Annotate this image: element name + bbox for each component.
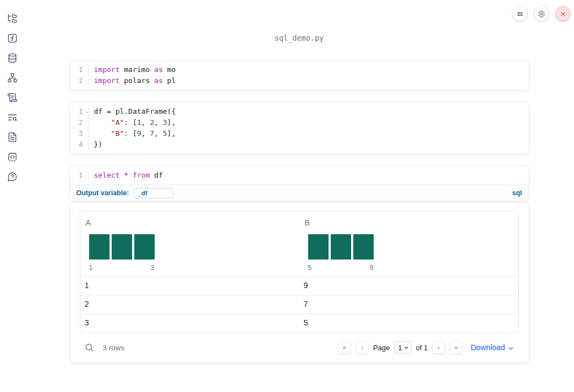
histogram-axis: 13 [89, 264, 155, 272]
code-token: , [141, 118, 150, 126]
page-select[interactable]: 1 [394, 341, 411, 354]
code-content: import marimo as moimport polars as pl [89, 64, 176, 86]
sidebar-item-data-sources[interactable] [7, 53, 18, 63]
shutdown-button[interactable] [555, 6, 571, 21]
chevron-down-icon [507, 345, 515, 352]
code-line: df = pl.DataFrame({ [94, 106, 176, 117]
code-line: "B": [9, 7, 5], [94, 128, 176, 139]
code-token: polars [119, 76, 154, 85]
hamburger-menu-icon [516, 10, 524, 18]
table-header: A13B59 [80, 211, 518, 276]
code-token: "A" [111, 118, 124, 126]
notebook-cells: 12import marimo as moimport polars as pl… [69, 60, 529, 201]
code-box-icon [7, 152, 18, 162]
code-token: as [154, 76, 163, 85]
line-number: 2 [70, 117, 88, 128]
table-cell: 5 [299, 314, 518, 332]
sidebar-panel-switcher [0, 0, 24, 392]
previous-page-button[interactable] [356, 341, 369, 354]
code-token: : [ [124, 129, 136, 137]
output-variable-input[interactable] [134, 188, 173, 198]
table-cell: 9 [299, 277, 518, 295]
line-number: 1 [70, 64, 88, 75]
fold-chevron-icon[interactable]: ⌄ [85, 106, 88, 117]
histogram-bars [308, 234, 374, 260]
table-footer: 3 rows Page 1 of 1 [80, 338, 519, 357]
code-line: "A": [1, 2, 3], [94, 117, 176, 128]
code-token: }) [94, 140, 103, 148]
column-header-b[interactable]: B59 [299, 211, 518, 276]
search-icon[interactable] [84, 343, 94, 352]
row-count-label: 3 rows [103, 344, 125, 352]
settings-button[interactable] [534, 6, 549, 21]
sidebar-item-variables[interactable] [7, 33, 18, 43]
code-token: mo [163, 65, 176, 74]
code-token: 9 [137, 129, 141, 137]
database-icon [7, 53, 18, 63]
code-token: * [124, 171, 128, 179]
table-cell: 2 [80, 295, 299, 313]
code-token: import [94, 65, 120, 74]
sidebar-item-file-explorer[interactable] [7, 13, 18, 24]
code-editor[interactable]: 1select * from df [70, 166, 529, 185]
code-editor[interactable]: 1⌄234df = pl.DataFrame({ "A": [1, 2, 3],… [70, 102, 529, 154]
code-token: pl [163, 76, 176, 85]
column-header-a[interactable]: A13 [80, 211, 299, 276]
close-x-icon [559, 10, 567, 18]
sidebar-item-snippets[interactable] [7, 152, 18, 162]
histogram-bar [89, 234, 110, 260]
histogram-bar [112, 234, 132, 260]
axis-max-label: 9 [370, 264, 374, 272]
line-number: 1 [70, 170, 88, 181]
line-numbers: 1 [70, 170, 89, 181]
code-token: 2 [150, 118, 154, 126]
sql-output-area: A13B59 192735 3 rows Page 1 [69, 202, 529, 363]
code-token [94, 129, 111, 137]
code-token: , [154, 129, 163, 137]
output-variable-label: Output variable: [76, 189, 129, 197]
sidebar-item-dependency-graph[interactable] [7, 73, 18, 83]
code-token: from [133, 171, 150, 179]
code-content: select * from df [89, 170, 163, 181]
network-icon [7, 73, 18, 83]
axis-min-label: 5 [308, 264, 312, 272]
histogram-bar [331, 234, 351, 260]
code-line: select * from df [94, 170, 163, 181]
dataframe-table: A13B59 192735 [80, 211, 519, 333]
sidebar-item-logs[interactable] [7, 112, 18, 123]
download-button[interactable]: Download [471, 343, 514, 352]
code-editor[interactable]: 12import marimo as moimport polars as pl [70, 60, 529, 90]
code-token: df [150, 171, 162, 179]
sidebar-item-documentation[interactable] [7, 132, 18, 142]
code-line: }) [94, 139, 176, 150]
code-token: "B" [111, 129, 124, 137]
file-text-icon [7, 132, 18, 142]
code-token: marimo [119, 65, 154, 74]
last-page-button[interactable] [450, 341, 463, 354]
sidebar-item-scratchpad[interactable] [7, 92, 18, 103]
sidebar-item-help[interactable] [7, 172, 18, 182]
download-label: Download [471, 343, 505, 352]
first-page-button[interactable] [338, 341, 351, 354]
line-numbers: 1⌄234 [70, 106, 89, 150]
code-token: , [141, 129, 150, 137]
table-row[interactable]: 35 [80, 313, 518, 332]
menu-button[interactable] [512, 6, 528, 21]
table-cell: 1 [80, 277, 299, 295]
notebook-filename: sql_demo.py [69, 34, 529, 42]
dataframe-cell: 1⌄234df = pl.DataFrame({ "A": [1, 2, 3],… [69, 102, 529, 154]
next-page-button[interactable] [432, 341, 445, 354]
code-token: 5 [163, 129, 167, 137]
axis-min-label: 1 [89, 264, 93, 272]
code-token: import [94, 76, 120, 85]
code-token: 7 [150, 129, 154, 137]
scroll-icon [7, 92, 18, 103]
help-bubble-icon [7, 172, 18, 182]
table-row[interactable]: 19 [80, 276, 518, 295]
pagination: Page 1 of 1 [338, 341, 463, 354]
code-token: select [94, 171, 120, 179]
table-row[interactable]: 27 [80, 295, 518, 313]
topbar-actions [512, 6, 571, 21]
line-number: 2 [70, 75, 88, 86]
code-content: df = pl.DataFrame({ "A": [1, 2, 3], "B":… [89, 106, 176, 150]
